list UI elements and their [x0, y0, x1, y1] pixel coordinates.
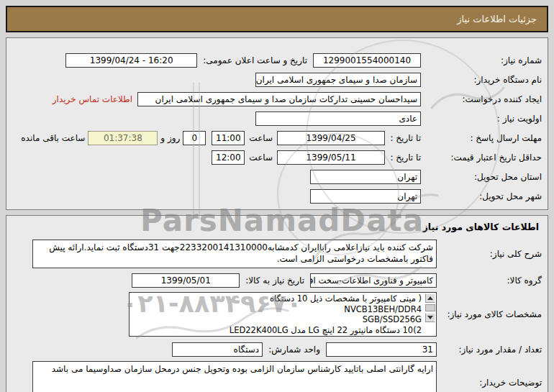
goods-info-panel: اطلاعات کالاهای مورد نیاز شرح کلی نیاز: … — [6, 215, 548, 392]
row-goods-specs: مشخصات کالای مورد نیاز: ( مینی کامپیوتر … — [12, 292, 542, 337]
response-deadline-label: مهلت ارسال پاسخ : — [421, 133, 542, 143]
priority-field[interactable]: عادی — [255, 111, 421, 126]
row-quantity: تعداد / مقدار مورد نیاز: 31 واحد شمارش: … — [12, 342, 542, 357]
overall-description-label: شرح کلی نیاز: — [437, 249, 542, 259]
countdown-timer: 01:37:38 — [88, 131, 158, 145]
row-delivery-city: شهر محل تحویل: تهران — [12, 188, 542, 204]
row-buyer-org: نام دستگاه خریدار: سازمان صدا و سیمای جم… — [12, 72, 542, 87]
row-need-number: شماره نیاز: 1299001554000140 تاریخ و ساع… — [12, 53, 542, 68]
request-creator-field[interactable]: سیداحسان حسینی تدارکات سازمان صدا و سیما… — [137, 92, 421, 106]
buyer-notes-label: توضیحات خریدار: — [437, 378, 542, 388]
scroll-down-button[interactable] — [425, 313, 435, 322]
quantity-field[interactable]: 31 — [326, 342, 437, 357]
row-priority: اولویت نیاز : عادی — [12, 111, 542, 126]
until-date-label: تا تاریخ : — [385, 152, 421, 163]
row-buyer-notes: توضیحات خریدار: ارایه گارانتی اصلی باتای… — [12, 361, 542, 392]
triangle-up-icon — [427, 296, 433, 300]
need-number-field[interactable]: 1299001554000140 — [313, 53, 421, 68]
scrollbar-thumb[interactable] — [425, 304, 435, 311]
need-date-label: تاریخ نیاز به کالا: — [245, 275, 304, 286]
overall-description-textarea[interactable]: شرکت کننده باید نیازاعلامی راباایران کدم… — [32, 240, 437, 268]
price-validity-label: حداقل تاریخ اعتبار قیمت: — [421, 152, 542, 163]
priority-label: اولویت نیاز : — [421, 114, 542, 124]
page: جزئیات اطلاعات نیاز شماره نیاز: 12990015… — [0, 0, 554, 392]
request-creator-label: ایجاد کننده درخواست: — [421, 94, 542, 104]
row-delivery-province: استان محل تحویل: تهران — [12, 169, 542, 184]
validity-time-field[interactable]: 12:00 — [212, 150, 245, 165]
row-response-deadline: مهلت ارسال پاسخ : تا تاریخ : 1399/04/25 … — [12, 130, 542, 145]
buyer-org-label: نام دستگاه خریدار: — [421, 75, 542, 85]
need-info-panel: شماره نیاز: 1299001554000140 تاریخ و ساع… — [6, 37, 548, 210]
list-item[interactable]: ( مینی کامپیوتر با مشخصات ذیل 10 دستگاه — [132, 293, 422, 304]
page-title-bar: جزئیات اطلاعات نیاز — [6, 6, 548, 32]
days-remaining-field[interactable]: 0 — [183, 131, 206, 145]
need-number-label: شماره نیاز: — [421, 55, 542, 65]
delivery-city-label: شهر محل تحویل: — [421, 191, 542, 201]
listbox-scrollbar[interactable] — [425, 293, 435, 335]
row-goods-group: گروه کالا: کامپیوتر و فناوری اطلاعات-سخت… — [12, 273, 542, 288]
delivery-province-field[interactable]: تهران — [310, 170, 421, 184]
unit-field[interactable]: دستگاه — [172, 342, 263, 357]
goods-section-title: اطلاعات کالاهای مورد نیاز — [12, 222, 539, 232]
validity-date-field[interactable]: 1399/05/11 — [277, 150, 385, 165]
quantity-label: تعداد / مقدار مورد نیاز: — [437, 345, 542, 355]
goods-group-label: گروه کالا: — [437, 275, 542, 286]
goods-group-field[interactable]: کامپیوتر و فناوری اطلاعات-سخت افزار — [310, 273, 437, 288]
buyer-contact-link[interactable]: اطلاعات تماس خریدار — [53, 94, 132, 104]
buyer-org-field[interactable]: سازمان صدا و سیمای جمهوری اسلامی ایران — [255, 73, 421, 87]
announce-datetime-label: تاریخ و ساعت اعلان عمومی: — [203, 55, 307, 65]
delivery-city-field[interactable]: تهران — [310, 189, 421, 204]
hours-remaining-label: ساعت باقی مانده — [21, 133, 85, 143]
unit-label: واحد شمارش: — [268, 345, 320, 355]
delivery-province-label: استان محل تحویل: — [421, 172, 542, 182]
page-title: جزئیات اطلاعات نیاز — [457, 14, 537, 24]
list-item[interactable]: SGB/SSD256G — [132, 314, 422, 325]
goods-specs-label: مشخصات کالای مورد نیاز: — [437, 309, 542, 319]
hour-label: ساعت — [249, 152, 273, 163]
deadline-date-field[interactable]: 1399/04/25 — [277, 131, 385, 145]
deadline-time-field[interactable]: 11:00 — [212, 131, 245, 145]
hour-label: ساعت — [249, 133, 273, 143]
need-date-field[interactable]: 1399/05/01 — [132, 273, 240, 288]
row-request-creator: ایجاد کننده درخواست: سیداحسان حسینی تدار… — [12, 91, 542, 106]
list-item[interactable]: NVCB13BEH/DDR4 — [132, 304, 422, 315]
row-price-validity: حداقل تاریخ اعتبار قیمت: تا تاریخ : 1399… — [12, 150, 542, 165]
buyer-notes-textarea[interactable]: ارایه گارانتی اصلی باتایید کارشناس سازما… — [32, 361, 437, 392]
days-and-label: روز و — [160, 133, 180, 143]
announce-datetime-field[interactable]: 1399/04/24 - 16:20 — [65, 53, 197, 68]
specs-listbox[interactable]: ( مینی کامپیوتر با مشخصات ذیل 10 دستگاه … — [129, 292, 437, 337]
list-item[interactable]: 2)10 دستگاه مانیتور 22 اینچ LG مدل LED22… — [132, 325, 422, 336]
row-overall-description: شرح کلی نیاز: شرکت کننده باید نیازاعلامی… — [12, 240, 542, 268]
until-date-label: تا تاریخ : — [385, 133, 421, 143]
scroll-up-button[interactable] — [425, 293, 435, 303]
triangle-down-icon — [427, 316, 433, 319]
